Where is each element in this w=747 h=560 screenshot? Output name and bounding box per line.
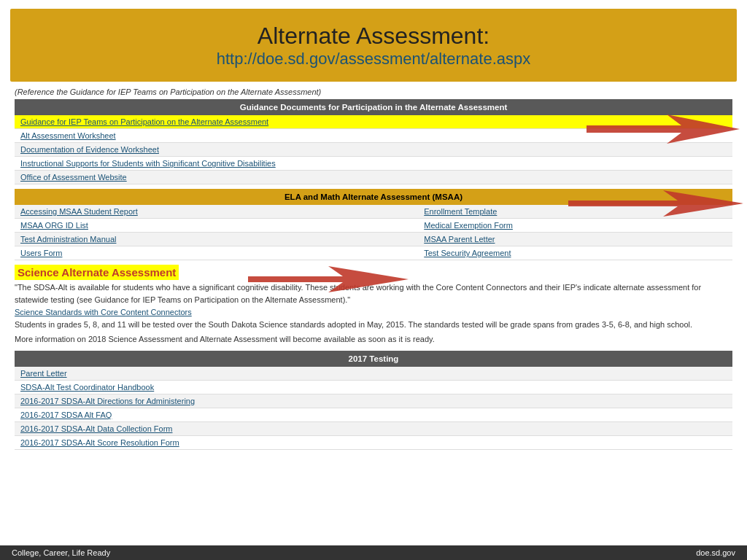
testing-header: 2017 Testing: [15, 351, 732, 367]
msaa-table-wrapper: ELA and Math Alternate Assessment (MSAA)…: [15, 189, 732, 260]
science-body2: Students in grades 5, 8, and 11 will be …: [15, 319, 732, 331]
msaa-row2-right[interactable]: Medical Exemption Form: [418, 219, 732, 233]
msaa-row1-left[interactable]: Accessing MSAA Student Report: [15, 205, 418, 219]
msaa-table: ELA and Math Alternate Assessment (MSAA)…: [15, 189, 732, 260]
guidance-row-1[interactable]: Guidance for IEP Teams on Participation …: [15, 115, 732, 129]
msaa-row3-left[interactable]: Test Administration Manual: [15, 233, 418, 246]
testing-table: 2017 Testing Parent Letter SDSA-Alt Test…: [15, 351, 732, 450]
testing-row-5[interactable]: 2016-2017 SDSA-Alt Data Collection Form: [15, 422, 732, 436]
guidance-header: Guidance Documents for Participation in …: [15, 99, 732, 115]
msaa-row4-right[interactable]: Test Security Agreement: [418, 246, 732, 260]
header-banner: Alternate Assessment: http://doe.sd.gov/…: [10, 9, 737, 82]
testing-row-4[interactable]: 2016-2017 SDSA Alt FAQ: [15, 408, 732, 422]
msaa-row1-right[interactable]: Enrollment Template: [418, 205, 732, 219]
footer-right: doe.sd.gov: [696, 548, 735, 557]
science-title: Science Alternate Assessment: [15, 265, 179, 280]
science-section: Science Alternate Assessment "The SDSA-A…: [15, 266, 732, 345]
science-link[interactable]: Science Standards with Core Content Conn…: [15, 308, 732, 316]
guidance-row-3[interactable]: Documentation of Evidence Worksheet: [15, 143, 732, 157]
testing-row-3[interactable]: 2016-2017 SDSA-Alt Directions for Admini…: [15, 394, 732, 408]
svg-marker-2: [248, 266, 409, 292]
arrow-science: [241, 263, 409, 295]
testing-row-6[interactable]: 2016-2017 SDSA-Alt Score Resolution Form: [15, 436, 732, 450]
main-content: (Reference the Guidance for IEP Teams on…: [0, 82, 747, 460]
footer-left: College, Career, Life Ready: [12, 548, 110, 557]
testing-row-1[interactable]: Parent Letter: [15, 367, 732, 381]
guidance-table: Guidance Documents for Participation in …: [15, 99, 732, 184]
msaa-row3-right[interactable]: MSAA Parent Letter: [418, 233, 732, 246]
header-url[interactable]: http://doe.sd.gov/assessment/alternate.a…: [39, 50, 708, 69]
msaa-header: ELA and Math Alternate Assessment (MSAA): [15, 189, 732, 205]
msaa-row2-left[interactable]: MSAA ORG ID List: [15, 219, 418, 233]
testing-row-2[interactable]: SDSA-Alt Test Coordinator Handbook: [15, 381, 732, 394]
science-body3: More information on 2018 Science Assessm…: [15, 333, 732, 346]
testing-table-wrapper: 2017 Testing Parent Letter SDSA-Alt Test…: [15, 351, 732, 450]
guidance-row-5[interactable]: Office of Assessment Website: [15, 171, 732, 184]
guidance-table-wrapper: Guidance Documents for Participation in …: [15, 99, 732, 184]
guidance-row-2[interactable]: Alt Assessment Worksheet: [15, 129, 732, 143]
msaa-row4-left[interactable]: Users Form: [15, 246, 418, 260]
guidance-row-4[interactable]: Instructional Supports for Students with…: [15, 157, 732, 171]
reference-note: (Reference the Guidance for IEP Teams on…: [15, 88, 732, 96]
header-title: Alternate Assessment:: [39, 22, 708, 50]
footer: College, Career, Life Ready doe.sd.gov: [0, 545, 747, 560]
